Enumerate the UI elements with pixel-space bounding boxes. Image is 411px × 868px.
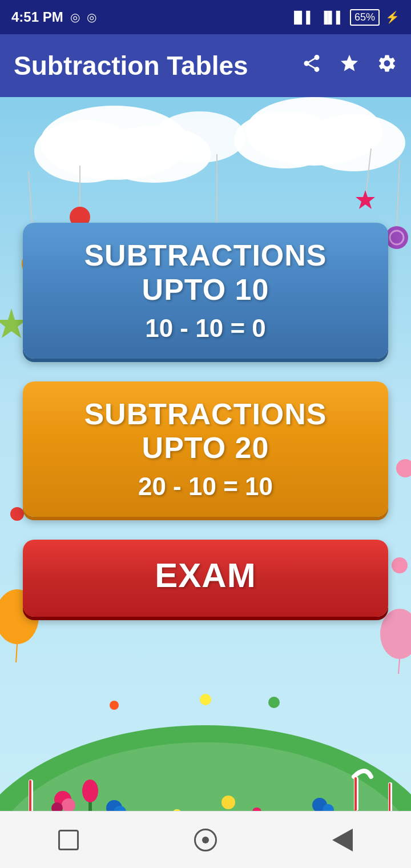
exam-button[interactable]: EXAM — [23, 540, 388, 617]
home-icon-inner — [202, 837, 209, 843]
favorite-icon[interactable] — [339, 53, 360, 79]
status-bar: 4:51 PM ◎ ◎ ▐▌▌ ▐▌▌ 65% ⚡ — [0, 0, 411, 34]
app-bar: Subtraction Tables — [0, 34, 411, 97]
share-icon[interactable] — [301, 53, 322, 79]
signal-icon: ▐▌▌ — [290, 11, 315, 24]
subtractions-upto10-button[interactable]: SUBTRACTIONSUPTO 10 10 - 10 = 0 — [23, 223, 388, 359]
app-bar-icons — [301, 53, 397, 79]
content-area: SUBTRACTIONSUPTO 10 10 - 10 = 0 SUBTRACT… — [0, 97, 411, 617]
back-icon — [332, 829, 353, 851]
card-upto10-subtitle: 10 - 10 = 0 — [40, 314, 371, 343]
card-upto20-subtitle: 20 - 10 = 10 — [40, 472, 371, 501]
subtractions-upto20-button[interactable]: SUBTRACTIONSUPTO 20 20 - 10 = 10 — [23, 381, 388, 517]
app-title: Subtraction Tables — [14, 50, 248, 81]
back-button[interactable] — [323, 820, 362, 860]
charging-icon: ⚡ — [385, 10, 400, 24]
recent-apps-icon — [58, 830, 79, 850]
home-icon — [194, 829, 217, 851]
status-right: ▐▌▌ ▐▌▌ 65% ⚡ — [290, 9, 400, 26]
exam-title: EXAM — [40, 556, 371, 595]
main-scene: SUBTRACTIONSUPTO 10 10 - 10 = 0 SUBTRACT… — [0, 97, 411, 868]
status-time: 4:51 PM — [11, 9, 63, 25]
wifi-signal-icon: ▐▌▌ — [320, 11, 344, 24]
settings-icon[interactable] — [377, 53, 397, 79]
battery-indicator: 65% — [350, 9, 380, 26]
card-upto10-title: SUBTRACTIONSUPTO 10 — [40, 239, 371, 307]
status-left: 4:51 PM ◎ ◎ — [11, 9, 96, 25]
notification-icon: ◎ — [70, 10, 80, 24]
bottom-nav — [0, 811, 411, 868]
ring-icon: ◎ — [87, 10, 96, 24]
recent-apps-button[interactable] — [49, 820, 88, 860]
card-upto20-title: SUBTRACTIONSUPTO 20 — [40, 397, 371, 466]
home-button[interactable] — [186, 820, 225, 860]
